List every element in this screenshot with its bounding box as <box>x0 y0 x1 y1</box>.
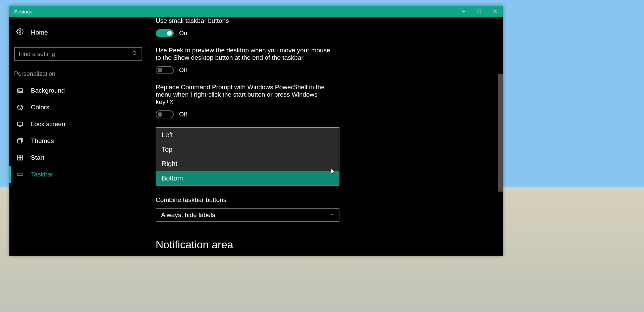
content-area: Use small taskbar buttons On Use Peek to… <box>147 17 503 256</box>
titlebar-controls <box>455 6 503 17</box>
notification-area-title: Notification area <box>156 239 503 251</box>
taskbar-icon <box>16 171 24 178</box>
settings-window: Settings Home <box>9 6 503 256</box>
scrollbar-thumb[interactable] <box>498 74 503 192</box>
toggle-state-label: Off <box>179 111 187 118</box>
toggle-state-label: Off <box>179 67 187 74</box>
svg-rect-18 <box>20 155 23 158</box>
maximize-icon <box>477 9 481 13</box>
svg-point-11 <box>20 106 20 106</box>
minimize-icon <box>462 9 466 13</box>
svg-point-10 <box>19 107 19 107</box>
titlebar: Settings <box>9 6 503 17</box>
sidebar-item-background[interactable]: Background <box>9 82 147 99</box>
toggle-replace-powershell[interactable] <box>156 110 174 118</box>
setting-label: Use Peek to preview the desktop when you… <box>156 47 337 61</box>
scrollbar[interactable] <box>498 17 503 256</box>
sidebar-item-label: Lock screen <box>31 120 65 128</box>
close-button[interactable] <box>487 6 503 17</box>
setting-combine-buttons: Combine taskbar buttons Always, hide lab… <box>156 196 503 222</box>
toggle-peek-preview[interactable] <box>156 66 174 74</box>
dropdown-option-bottom[interactable]: Bottom <box>156 171 339 186</box>
dropdown-option-top[interactable]: Top <box>156 142 339 157</box>
palette-icon <box>16 104 24 111</box>
setting-label: Combine taskbar buttons <box>156 196 337 204</box>
sidebar-item-label: Start <box>31 154 44 161</box>
setting-replace-powershell: Replace Command Prompt with Windows Powe… <box>156 84 503 118</box>
svg-point-5 <box>133 51 136 54</box>
combine-buttons-dropdown[interactable]: Always, hide labels <box>156 208 339 222</box>
lockscreen-icon <box>16 121 24 127</box>
home-label: Home <box>31 29 48 36</box>
toggle-state-label: On <box>179 30 187 37</box>
svg-point-13 <box>20 108 21 109</box>
setting-small-taskbar-buttons: Use small taskbar buttons On <box>156 17 503 37</box>
sidebar-item-colors[interactable]: Colors <box>9 99 147 116</box>
svg-line-6 <box>136 54 137 55</box>
svg-rect-20 <box>20 158 23 160</box>
setting-label: Replace Command Prompt with Windows Powe… <box>156 84 337 106</box>
sidebar-item-label: Taskbar <box>31 171 53 178</box>
gear-icon <box>16 28 23 37</box>
svg-rect-16 <box>18 139 22 143</box>
search-icon <box>132 50 138 58</box>
svg-rect-17 <box>18 155 20 158</box>
svg-point-4 <box>19 31 21 33</box>
search-input[interactable] <box>19 51 132 58</box>
sidebar-item-lockscreen[interactable]: Lock screen <box>9 116 147 133</box>
svg-rect-19 <box>18 158 20 160</box>
svg-rect-14 <box>18 122 23 125</box>
svg-rect-21 <box>17 173 23 176</box>
sidebar-item-label: Colors <box>31 104 49 111</box>
setting-peek-preview: Use Peek to preview the desktop when you… <box>156 47 503 74</box>
sidebar-item-start[interactable]: Start <box>9 149 147 166</box>
start-icon <box>16 154 24 161</box>
home-nav-button[interactable]: Home <box>9 24 147 41</box>
close-icon <box>493 9 497 13</box>
dropdown-option-right[interactable]: Right <box>156 157 339 171</box>
sidebar-item-themes[interactable]: Themes <box>9 133 147 149</box>
category-label: Personalization <box>9 68 147 82</box>
taskbar-location-dropdown-open[interactable]: Left Top Right Bottom <box>156 127 339 186</box>
chevron-down-icon <box>329 212 334 218</box>
window-title: Settings <box>14 9 32 14</box>
minimize-button[interactable] <box>455 6 471 17</box>
image-icon <box>16 87 24 94</box>
svg-rect-1 <box>478 10 481 13</box>
themes-icon <box>16 138 24 144</box>
sidebar-item-taskbar[interactable]: Taskbar <box>9 166 147 183</box>
dropdown-option-left[interactable]: Left <box>156 128 339 142</box>
toggle-small-taskbar-buttons[interactable] <box>156 29 174 37</box>
sidebar-item-label: Background <box>31 87 65 94</box>
maximize-button[interactable] <box>471 6 487 17</box>
sidebar: Home Personalization Background Colo <box>9 17 147 256</box>
search-box[interactable] <box>14 47 142 61</box>
sidebar-item-label: Themes <box>31 137 54 145</box>
svg-point-12 <box>21 107 22 107</box>
dropdown-value: Always, hide labels <box>161 211 215 219</box>
setting-label: Use small taskbar buttons <box>156 17 337 24</box>
